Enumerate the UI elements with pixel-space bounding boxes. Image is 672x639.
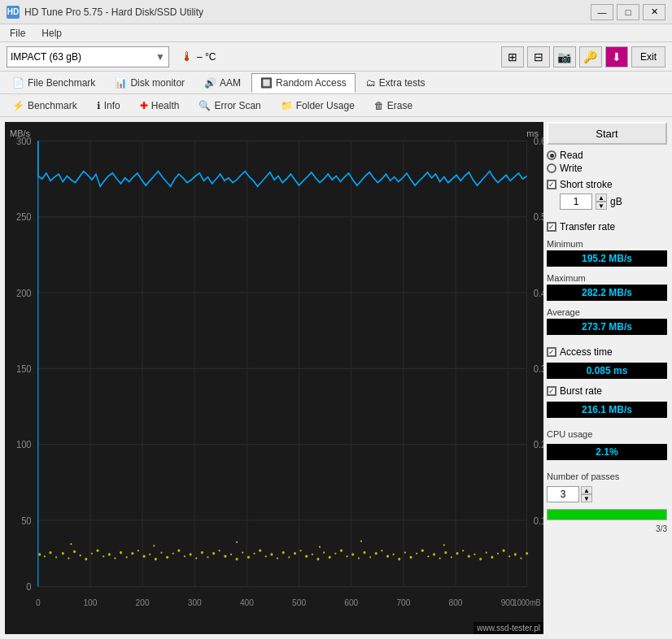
- svg-point-130: [236, 541, 238, 543]
- thermometer-icon: 🌡: [181, 50, 194, 64]
- svg-point-87: [294, 552, 296, 555]
- svg-point-133: [443, 544, 445, 546]
- tab-error-scan[interactable]: 🔍 Error Scan: [190, 96, 269, 115]
- svg-point-122: [497, 553, 499, 554]
- svg-point-54: [103, 555, 104, 557]
- num-passes-label: Number of passes: [547, 472, 667, 481]
- svg-point-43: [38, 553, 41, 556]
- tab-disk-monitor[interactable]: 📊 Disk monitor: [106, 73, 194, 93]
- burst-rate-value: 216.1 MB/s: [547, 402, 667, 418]
- svg-point-52: [91, 553, 93, 554]
- svg-point-69: [190, 553, 192, 556]
- chart-y-label-right: ms: [526, 128, 539, 138]
- svg-point-49: [73, 550, 76, 554]
- toolbar-icon-5[interactable]: ⬇: [605, 46, 628, 67]
- short-stroke-up[interactable]: ▲: [596, 193, 607, 202]
- burst-rate-checkbox[interactable]: ✓ Burst rate: [547, 385, 667, 397]
- temperature-value: – °C: [197, 51, 216, 63]
- svg-point-92: [323, 552, 325, 554]
- svg-point-75: [224, 555, 226, 559]
- svg-point-131: [319, 546, 321, 548]
- svg-point-60: [137, 550, 139, 551]
- svg-text:150: 150: [16, 363, 32, 375]
- maximize-button[interactable]: □: [617, 4, 639, 20]
- num-passes-value[interactable]: 3: [547, 486, 579, 502]
- minimize-button[interactable]: —: [591, 4, 613, 20]
- svg-text:700: 700: [396, 597, 410, 607]
- tab-info[interactable]: ℹ Info: [88, 96, 129, 115]
- svg-point-67: [177, 550, 180, 553]
- tab-benchmark[interactable]: ⚡ Benchmark: [3, 96, 86, 115]
- tab-extra-tests[interactable]: 🗂 Extra tests: [357, 73, 434, 93]
- svg-point-132: [360, 541, 362, 542]
- tab-random-access-label: Random Access: [276, 77, 347, 89]
- start-button[interactable]: Start: [547, 122, 667, 145]
- svg-text:500: 500: [292, 597, 306, 607]
- short-stroke-down[interactable]: ▼: [596, 202, 607, 210]
- tab-aam[interactable]: 🔊 AAM: [195, 73, 250, 93]
- right-panel: Start Read Write ✓ Short stroke 1 ▲ ▼ gB: [547, 122, 667, 634]
- num-passes-arrows: ▲ ▼: [581, 486, 592, 502]
- tab-disk-monitor-label: Disk monitor: [130, 77, 185, 89]
- svg-point-111: [433, 553, 435, 556]
- toolbar-icon-3[interactable]: 📷: [553, 46, 576, 67]
- svg-point-65: [166, 556, 168, 559]
- radio-read[interactable]: Read: [547, 150, 667, 161]
- svg-text:50: 50: [21, 515, 32, 527]
- cpu-usage-value: 2.1%: [547, 444, 667, 460]
- tab-file-benchmark[interactable]: 📄 File Benchmark: [3, 73, 104, 93]
- health-icon: ✚: [140, 100, 148, 111]
- toolbar-icon-4[interactable]: 🔑: [579, 46, 602, 67]
- info-icon: ℹ: [97, 100, 101, 111]
- progress-bar-container: [547, 509, 667, 520]
- transfer-rate-checkbox[interactable]: ✓ Transfer rate: [547, 221, 667, 233]
- svg-point-81: [259, 550, 261, 553]
- short-stroke-checkbox[interactable]: ✓ Short stroke: [547, 179, 667, 190]
- svg-text:200: 200: [16, 287, 32, 299]
- title-controls: — □ ✕: [591, 4, 665, 20]
- num-passes-down[interactable]: ▼: [581, 494, 592, 502]
- svg-point-108: [416, 553, 417, 554]
- short-stroke-value[interactable]: 1: [560, 193, 592, 210]
- radio-write-circle: [547, 163, 556, 173]
- radio-write[interactable]: Write: [547, 163, 667, 174]
- disk-monitor-icon: 📊: [115, 77, 127, 89]
- radio-write-label: Write: [560, 163, 583, 174]
- menu-file[interactable]: File: [7, 26, 28, 41]
- toolbar-icon-1[interactable]: ⊞: [501, 46, 524, 67]
- tab-random-access[interactable]: 🔲 Random Access: [251, 73, 356, 93]
- svg-point-61: [143, 555, 146, 559]
- svg-point-124: [508, 555, 510, 557]
- average-value: 273.7 MB/s: [547, 319, 667, 335]
- app-icon: HD: [7, 6, 20, 19]
- access-time-checkbox[interactable]: ✓ Access time: [547, 346, 667, 358]
- svg-point-48: [68, 558, 69, 559]
- svg-point-56: [114, 558, 116, 559]
- svg-point-97: [351, 553, 354, 556]
- close-button[interactable]: ✕: [643, 4, 665, 20]
- svg-point-63: [155, 558, 157, 561]
- error-scan-icon: 🔍: [199, 100, 211, 111]
- num-passes-up[interactable]: ▲: [581, 486, 592, 494]
- tab-info-label: Info: [104, 100, 120, 111]
- aam-icon: 🔊: [204, 77, 216, 89]
- svg-point-115: [456, 552, 459, 555]
- svg-point-68: [184, 555, 185, 557]
- exit-button[interactable]: Exit: [631, 46, 665, 67]
- extra-tests-icon: 🗂: [366, 77, 376, 89]
- toolbar-icons: ⊞ ⊟ 📷 🔑 ⬇ Exit: [501, 46, 665, 67]
- svg-point-107: [410, 556, 412, 559]
- transfer-rate-checkbox-box: ✓: [547, 222, 556, 232]
- drive-selector[interactable]: IMPACT (63 gB) ▼: [7, 46, 169, 67]
- temperature-indicator: 🌡 – °C: [181, 50, 216, 64]
- svg-point-86: [288, 556, 290, 558]
- tab-folder-usage[interactable]: 📁 Folder Usage: [272, 96, 364, 115]
- tab-health[interactable]: ✚ Health: [131, 96, 189, 115]
- toolbar-icon-2[interactable]: ⊟: [527, 46, 550, 67]
- tab-erase[interactable]: 🗑 Erase: [365, 96, 421, 115]
- tabs-row-2: ⚡ Benchmark ℹ Info ✚ Health 🔍 Error Scan…: [0, 94, 672, 117]
- radio-read-circle: [547, 150, 556, 160]
- menu-help[interactable]: Help: [38, 26, 65, 41]
- svg-text:600: 600: [344, 597, 358, 607]
- access-time-checkbox-box: ✓: [547, 347, 556, 357]
